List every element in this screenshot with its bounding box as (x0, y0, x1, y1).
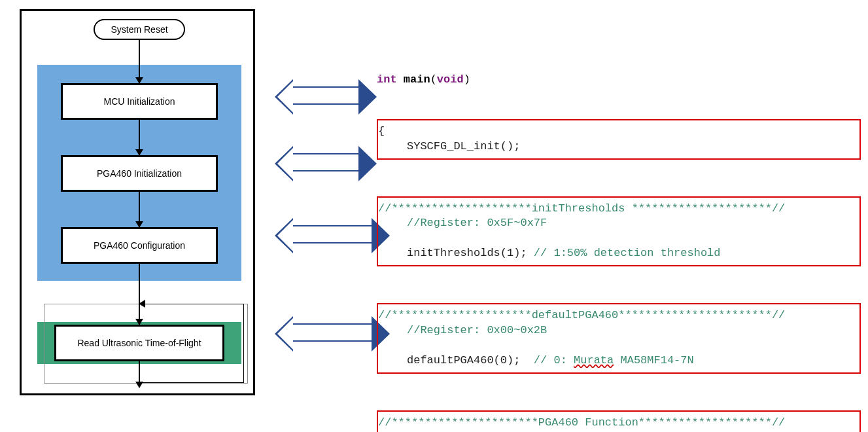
code-block-thresholds: //*********************initThresholds **… (377, 196, 861, 267)
code-comment: //**********************PGA460 Function*… (378, 416, 785, 429)
arrow-left-icon (139, 300, 145, 308)
kw-int: int (377, 73, 397, 86)
code-line: defaultPGA460(0); // 0: Murata MA58MF14-… (378, 353, 852, 369)
step-read-tof: Read Ultrasonic Time-of-Flight (54, 325, 224, 361)
code-comment: //Register: 0x5F~0x7F (378, 216, 852, 231)
brace-open: { (378, 125, 385, 137)
code-line: SYSCFG_DL_init(); (378, 139, 852, 154)
step-pga460-init: PGA460 Initialization (61, 155, 218, 192)
mapping-arrow-icon (293, 225, 372, 243)
code-comment: //*********************defaultPGA460****… (378, 309, 785, 321)
arrow-down-icon (139, 264, 140, 325)
mapping-arrow-icon (293, 153, 358, 171)
arrow-down-icon (139, 120, 140, 155)
loop-back-line (139, 304, 243, 304)
arrow-down-icon (139, 192, 140, 227)
loop-back-line (139, 382, 244, 383)
code-listing: int main(void) { SYSCFG_DL_init(); //***… (377, 58, 861, 432)
code-comment: //Register: 0x00~0x2B (378, 323, 852, 338)
arrow-down-icon (139, 40, 140, 83)
step-mcu-init: MCU Initialization (61, 83, 218, 120)
code-line: initThresholds(1); // 1:50% detection th… (378, 246, 852, 261)
mapping-arrow-icon (293, 323, 372, 342)
kw-void: void (437, 73, 464, 86)
code-block-syscfg: { SYSCFG_DL_init(); (377, 119, 861, 160)
code-block-function: //**********************PGA460 Function*… (377, 410, 861, 432)
code-comment: //*********************initThresholds **… (378, 202, 785, 215)
flowchart-panel: System Reset MCU Initialization PGA460 I… (20, 9, 255, 395)
mapping-arrow-icon (293, 86, 358, 105)
step-pga460-config: PGA460 Configuration (61, 227, 218, 264)
start-node: System Reset (94, 19, 185, 40)
fn-main: main (404, 73, 430, 86)
loop-back-line (243, 304, 244, 382)
code-block-default: //*********************defaultPGA460****… (377, 303, 861, 374)
arrow-down-icon (139, 361, 140, 387)
code-signature: int main(void) (377, 73, 861, 88)
